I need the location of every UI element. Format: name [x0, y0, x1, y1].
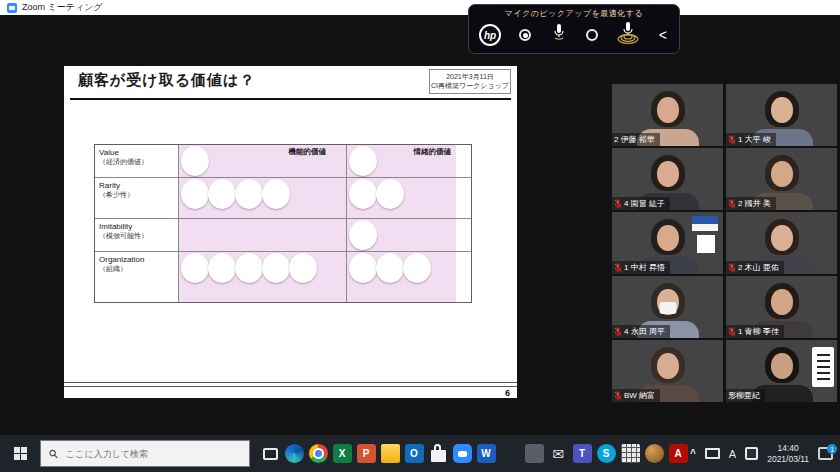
taskbar-app-button[interactable]: [618, 435, 642, 472]
participant-name: 1 青柳 季佳: [738, 326, 779, 337]
participant-face: [771, 225, 793, 251]
taskbar-app-button[interactable]: [522, 435, 546, 472]
participant-tile[interactable]: 2 木山 亜佑: [726, 212, 837, 274]
search-icon: [49, 449, 58, 459]
participant-tile[interactable]: 4 園畠 紘子: [612, 148, 723, 210]
row-label: Rarity: [99, 181, 174, 190]
participant-tile[interactable]: 形柳亜紀: [726, 340, 837, 402]
participant-tile[interactable]: 1 青柳 季佳: [726, 276, 837, 338]
taskbar-app-button[interactable]: [426, 435, 450, 472]
app-icon: ✉: [549, 444, 568, 463]
value-bubble: [208, 179, 236, 209]
hp-audio-popup: マイクのピックアップを最適化する hp: [468, 4, 680, 54]
sign-board: [812, 347, 834, 387]
mic-wide-pickup-icon[interactable]: [616, 22, 640, 48]
app-icon: S: [597, 444, 616, 463]
value-bubble: [181, 179, 209, 209]
app-icon: [263, 448, 278, 460]
participant-nameplate: 2 國井 美: [726, 197, 776, 210]
participant-nameplate: 形柳亜紀: [726, 389, 765, 402]
page-number: 6: [505, 388, 510, 398]
zoom-app-icon: [7, 3, 17, 13]
app-icon: P: [357, 444, 376, 463]
system-tray: ^ A 14:40 2021/03/11 1: [690, 443, 840, 464]
clock-date: 2021/03/11: [767, 454, 809, 465]
taskbar-app-button[interactable]: [642, 435, 666, 472]
taskbar-app-button[interactable]: A: [666, 435, 690, 472]
taskbar-app-button[interactable]: O: [402, 435, 426, 472]
wide-pickup-radio-unselected[interactable]: [586, 29, 598, 41]
value-bubble: [262, 253, 290, 283]
row-sublabel: （模倣可能性）: [99, 231, 174, 241]
participant-tile[interactable]: 2 國井 美: [726, 148, 837, 210]
taskbar-app-button[interactable]: [498, 435, 522, 472]
taskbar-app-button[interactable]: P: [354, 435, 378, 472]
taskbar-app-button[interactable]: ✉: [546, 435, 570, 472]
taskbar-app-button[interactable]: [258, 435, 282, 472]
participant-name: 4 園畠 紘子: [624, 198, 665, 209]
participant-face: [771, 161, 793, 187]
ime-indicator[interactable]: A: [729, 448, 736, 460]
value-bubble: [289, 253, 317, 283]
app-icon: W: [477, 444, 496, 463]
value-bubble: [181, 146, 209, 176]
participant-tile[interactable]: BW 納富: [612, 340, 723, 402]
hidden-icons-chevron[interactable]: ^: [690, 448, 696, 459]
window-titlebar[interactable]: Zoom ミーティング: [0, 0, 840, 15]
participant-face: [657, 97, 679, 123]
search-input[interactable]: [64, 448, 241, 460]
start-button[interactable]: [0, 435, 40, 472]
participant-nameplate: 2 伊藤 裕華: [612, 133, 660, 146]
notification-badge: 1: [827, 444, 837, 454]
table-row: Imitability （模倣可能性）: [95, 219, 471, 252]
shared-slide: 顧客が受け取る価値は？ 2021年3月11日 CI再構築ワークショップ Valu…: [64, 66, 517, 398]
participant-tile[interactable]: 1 中村 昇悟: [612, 212, 723, 274]
muted-mic-icon: [728, 327, 736, 337]
row-sublabel: （経済的価値）: [99, 157, 174, 167]
narrow-pickup-radio-selected[interactable]: [519, 29, 531, 41]
windows-logo-icon: [14, 447, 27, 460]
taskbar-app-button[interactable]: S: [594, 435, 618, 472]
value-bubble: [349, 253, 377, 283]
taskbar-app-button[interactable]: W: [474, 435, 498, 472]
mic-narrow-pickup-icon[interactable]: [550, 23, 568, 47]
tray-app-icon[interactable]: [745, 447, 758, 460]
taskbar-app-button[interactable]: T: [570, 435, 594, 472]
taskbar-app-button[interactable]: [450, 435, 474, 472]
taskbar-app-button[interactable]: [282, 435, 306, 472]
muted-mic-icon: [614, 199, 622, 209]
app-icon: [645, 444, 664, 463]
functional-value-header: 機能的価値: [289, 147, 327, 157]
slide-workshop-name: CI再構築ワークショップ: [431, 81, 509, 90]
face-mask: [659, 302, 676, 314]
participant-name: 2 國井 美: [738, 198, 771, 209]
participant-grid: 2 伊藤 裕華: [612, 84, 837, 402]
emotional-value-header: 情緒的価値: [414, 147, 452, 157]
participant-face: [771, 97, 793, 123]
display-tray-icon[interactable]: [705, 448, 720, 459]
taskbar-app-button[interactable]: [378, 435, 402, 472]
collapse-chevron-icon[interactable]: <: [659, 28, 667, 42]
muted-mic-icon: [614, 327, 622, 337]
taskbar-apps: X P O W ✉: [258, 435, 690, 472]
footer-divider: [64, 382, 517, 387]
row-label: Value: [99, 148, 174, 157]
value-bubble: [349, 220, 377, 250]
participant-face: [771, 289, 793, 315]
participant-name: 1 中村 昇悟: [624, 262, 665, 273]
table-row: Rarity （希少性）: [95, 178, 471, 219]
table-row: Organization （組織）: [95, 252, 471, 302]
participant-tile[interactable]: 4 永田 周平: [612, 276, 723, 338]
taskbar-clock[interactable]: 14:40 2021/03/11: [767, 443, 809, 464]
participant-nameplate: 2 木山 亜佑: [726, 261, 784, 274]
participant-tile[interactable]: 2 伊藤 裕華: [612, 84, 723, 146]
participant-nameplate: 1 大平 峻: [726, 133, 776, 146]
participant-nameplate: 1 青柳 季佳: [726, 325, 784, 338]
taskbar-search[interactable]: [40, 440, 250, 467]
action-center-icon[interactable]: 1: [818, 447, 833, 460]
taskbar-app-button[interactable]: X: [330, 435, 354, 472]
participant-face: [771, 353, 793, 379]
participant-tile[interactable]: 1 大平 峻: [726, 84, 837, 146]
app-icon: [285, 444, 304, 463]
taskbar-app-button[interactable]: [306, 435, 330, 472]
